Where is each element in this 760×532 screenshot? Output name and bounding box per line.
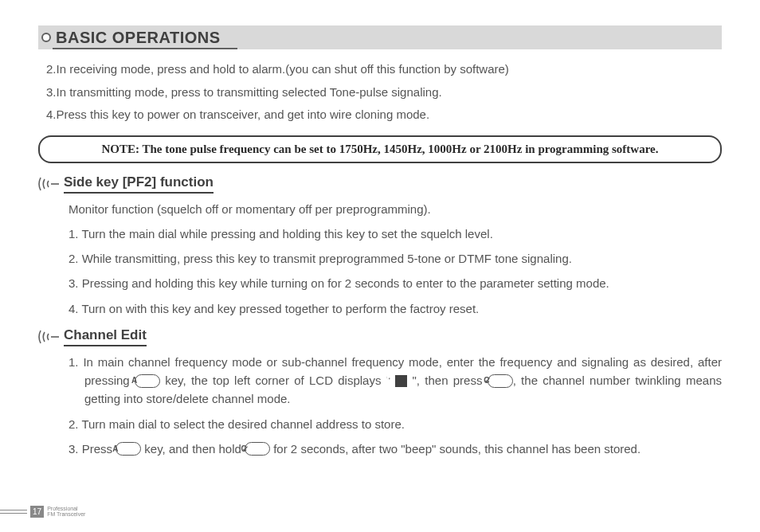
radio-wave-icon: [38, 175, 59, 193]
section-title-channel: Channel Edit: [64, 327, 147, 346]
pf2-intro: Monitor function (squelch off or momenta…: [69, 200, 722, 218]
pf2-content: Monitor function (squelch off or momenta…: [38, 200, 722, 318]
section-header-bar: BASIC OPERATIONS: [38, 25, 722, 49]
channel-content: 1. In main channel frequency mode or sub…: [38, 353, 722, 458]
footer-line2: FM Transceiver: [47, 511, 85, 518]
text: ", then press: [407, 374, 487, 387]
text: for 2 seconds, after two "beep" sounds, …: [270, 442, 641, 456]
intro-item-2: 2.In receiving mode, press and hold to a…: [46, 61, 722, 79]
lcd-f-icon: F: [395, 375, 407, 387]
key-c-icon: C✓: [488, 374, 513, 388]
page-number: 17: [30, 506, 44, 518]
list-num: 1.: [69, 355, 79, 369]
radio-wave-icon: [38, 328, 59, 346]
intro-paragraphs: 2.In receiving mode, press and hold to a…: [38, 61, 722, 124]
list-num: 3.: [69, 442, 79, 456]
section-title-pf2: Side key [PF2] function: [64, 174, 214, 194]
footer-line1: Professional: [47, 506, 85, 512]
page-section-title: BASIC OPERATIONS: [56, 29, 221, 47]
pf2-item-2: 2. While transmitting, press this key to…: [69, 249, 722, 268]
channel-item-3: 3. Press A key, and then hold C✓ for 2 s…: [69, 440, 722, 458]
channel-item-1: 1. In main channel frequency mode or sub…: [69, 353, 722, 409]
section-head-pf2: Side key [PF2] function: [38, 174, 722, 194]
channel-item-2: 2. Turn main dial to select the desired …: [69, 415, 722, 433]
key-c-icon: C✓: [245, 442, 270, 456]
pf2-item-1: 1. Turn the main dial while pressing and…: [69, 225, 722, 243]
page-footer: 17 Professional FM Transceiver: [0, 506, 85, 518]
header-underline: [53, 48, 237, 49]
key-a-icon: A: [135, 374, 160, 388]
footer-lines-icon: [0, 510, 27, 514]
intro-item-3: 3.In transmitting mode, press to transmi…: [46, 84, 722, 102]
key-a-icon: A: [116, 442, 141, 456]
text: Press: [82, 442, 116, 456]
intro-item-4: 4.Press this key to power on transceiver…: [46, 106, 722, 124]
pf2-item-4: 4. Turn on with this key and key pressed…: [69, 299, 722, 318]
footer-text: Professional FM Transceiver: [47, 506, 85, 518]
header-bullet-icon: [41, 33, 51, 42]
pf2-item-3: 3. Pressing and holding this key while t…: [69, 274, 722, 292]
note-box: NOTE: The tone pulse frequency can be se…: [38, 135, 722, 163]
text: key, the top left corner of LCD displays…: [160, 374, 395, 387]
section-head-channel: Channel Edit: [38, 327, 722, 346]
text: key, and then hold: [141, 442, 245, 456]
